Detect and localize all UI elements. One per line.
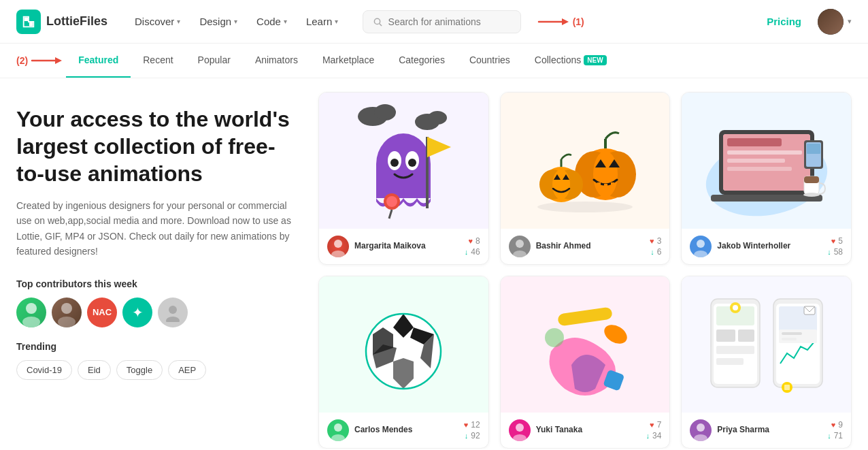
downloads-stat: ↓ 34: [646, 431, 661, 440]
svg-point-100: [697, 423, 705, 432]
svg-rect-36: [597, 182, 601, 188]
tab-recent[interactable]: Recent: [131, 44, 185, 78]
tab-countries[interactable]: Countries: [457, 44, 522, 78]
annotation-2-wrap: (2): [16, 54, 63, 67]
hero-title: Your access to the world's largest colle…: [16, 106, 302, 187]
tabs-bar: (2) Featured Recent Popular Animators Ma…: [0, 44, 868, 78]
svg-point-46: [537, 202, 633, 212]
author-info: Bashir Ahmed: [536, 241, 644, 252]
svg-marker-5: [55, 57, 62, 64]
svg-point-42: [552, 170, 570, 199]
likes-stat: ♥ 9: [831, 420, 843, 430]
author-info: Carlos Mendes: [354, 425, 458, 436]
nav-learn[interactable]: Learn ▾: [298, 10, 346, 33]
svg-point-20: [390, 159, 399, 167]
animation-stats: ♥ 9 ↓ 71: [827, 420, 843, 440]
animation-card[interactable]: Jakob Winterholler ♥ 5 ↓ 58: [681, 92, 852, 265]
svg-rect-0: [24, 17, 29, 20]
author-info: Margarita Maikova: [354, 241, 459, 252]
pricing-link[interactable]: Pricing: [758, 10, 809, 33]
svg-marker-4: [562, 18, 569, 25]
heart-icon: ♥: [831, 421, 836, 429]
nav-code[interactable]: Code ▾: [248, 10, 295, 33]
chevron-down-icon[interactable]: ▾: [848, 17, 852, 26]
tab-marketplace[interactable]: Marketplace: [310, 44, 386, 78]
tag-covid[interactable]: Covid-19: [16, 360, 72, 380]
phone-animation: [699, 282, 835, 408]
animation-preview: [319, 93, 488, 229]
chevron-down-icon: ▾: [234, 18, 237, 25]
contributor-avatar[interactable]: [52, 298, 82, 327]
user-menu[interactable]: ▾: [815, 9, 852, 35]
annotation-arrow-1: [537, 15, 570, 29]
likes-stat: ♥ 5: [831, 236, 843, 246]
nav-discover[interactable]: Discover ▾: [127, 10, 188, 33]
svg-line-3: [380, 23, 382, 25]
heart-icon: ♥: [464, 421, 469, 429]
svg-rect-59: [804, 176, 819, 183]
new-badge: NEW: [584, 55, 606, 65]
tab-popular[interactable]: Popular: [186, 44, 243, 78]
svg-point-21: [408, 159, 416, 167]
author-name: Jakob Winterholler: [717, 241, 822, 252]
download-icon: ↓: [465, 432, 469, 440]
svg-point-28: [331, 251, 345, 257]
nav-design[interactable]: Design ▾: [191, 10, 246, 33]
svg-rect-37: [604, 184, 607, 188]
animation-card[interactable]: Yuki Tanaka ♥ 7 ↓ 34: [500, 276, 671, 449]
likes-stat: ♥ 7: [650, 420, 661, 430]
contributors-section: Top contributors this week NAC ✦: [16, 278, 302, 327]
svg-point-74: [334, 423, 342, 432]
animation-stats: ♥ 12 ↓ 92: [464, 420, 480, 440]
chevron-down-icon: ▾: [177, 18, 180, 25]
animation-card[interactable]: Bashir Ahmed ♥ 3 ↓ 6: [500, 92, 671, 265]
heart-icon: ♥: [650, 421, 654, 429]
contributor-avatar[interactable]: NAC: [87, 298, 117, 327]
animation-card-footer: Yuki Tanaka ♥ 7 ↓ 34: [501, 413, 670, 448]
svg-point-7: [22, 317, 40, 327]
contributors-label: Top contributors this week: [16, 278, 302, 289]
animation-preview: [501, 93, 670, 229]
avatar[interactable]: [818, 9, 844, 35]
svg-point-6: [26, 303, 37, 314]
author-avatar: [690, 236, 712, 257]
svg-point-27: [334, 240, 342, 248]
svg-rect-76: [557, 307, 613, 327]
animation-card[interactable]: Priya Sharma ♥ 9 ↓ 71: [681, 276, 852, 449]
contributors-row: NAC ✦: [16, 298, 302, 327]
annotation-label-2: (2): [16, 55, 28, 66]
search-input-wrap: [363, 10, 520, 33]
tab-featured[interactable]: Featured: [66, 44, 131, 78]
svg-point-2: [375, 18, 380, 24]
tab-categories[interactable]: Categories: [386, 44, 457, 78]
animation-preview: [682, 276, 851, 413]
likes-stat: ♥ 3: [650, 236, 661, 246]
tag-eid[interactable]: Eid: [78, 360, 111, 380]
svg-rect-88: [716, 358, 744, 365]
author-info: Yuki Tanaka: [536, 425, 641, 436]
svg-rect-87: [716, 346, 754, 354]
tab-collections[interactable]: Collections NEW: [522, 44, 619, 78]
contributor-avatar[interactable]: [158, 298, 188, 327]
contributor-avatar[interactable]: ✦: [122, 298, 152, 327]
svg-rect-38: [611, 182, 614, 188]
tab-animators[interactable]: Animators: [243, 44, 310, 78]
author-name: Margarita Maikova: [354, 241, 459, 252]
animation-card[interactable]: Carlos Mendes ♥ 12 ↓ 92: [318, 276, 489, 449]
search-input[interactable]: [388, 16, 511, 27]
animation-card-footer: Priya Sharma ♥ 9 ↓ 71: [682, 413, 851, 448]
tag-aep[interactable]: AEP: [168, 360, 206, 380]
svg-rect-56: [727, 167, 792, 171]
tag-toggle[interactable]: Toggle: [116, 360, 163, 380]
svg-marker-23: [427, 137, 451, 157]
contributor-avatar[interactable]: [16, 298, 46, 327]
author-avatar: [327, 236, 349, 257]
trending-tags: Covid-19 Eid Toggle AEP: [16, 360, 302, 380]
annotation-label-1: (1): [573, 16, 584, 27]
animation-card[interactable]: Margarita Maikova ♥ 8 ↓ 46: [318, 92, 489, 265]
animation-card-footer: Bashir Ahmed ♥ 3 ↓ 6: [501, 229, 670, 264]
nav-logo[interactable]: LottieFiles: [16, 10, 107, 34]
avatar-image: [818, 9, 844, 35]
ghost-animation: [352, 96, 454, 225]
chevron-down-icon: ▾: [284, 18, 287, 25]
